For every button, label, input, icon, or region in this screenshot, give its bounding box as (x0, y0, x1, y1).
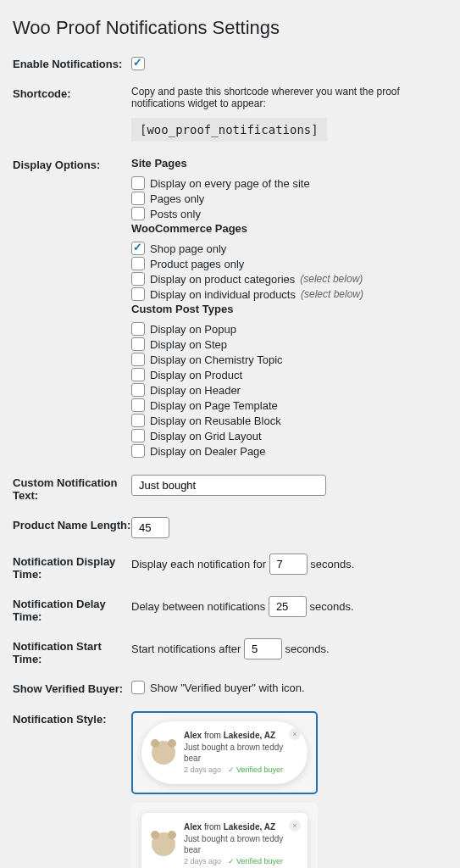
close-icon[interactable]: × (289, 728, 301, 740)
display-time-label: Notification Display Time: (13, 554, 131, 581)
notification-style-option[interactable]: Alex from Lakeside, AZJust bought a brow… (131, 711, 318, 794)
name-length-label: Product Name Length: (13, 517, 131, 531)
display-time-input[interactable] (269, 554, 308, 575)
display-option-checkbox[interactable] (131, 337, 145, 351)
display-group-heading: WooCommerce Pages (131, 222, 447, 235)
close-icon[interactable]: × (289, 820, 301, 832)
delay-time-prefix: Delay between notifications (131, 600, 265, 613)
display-options-label: Display Options: (13, 157, 131, 171)
shortcode-label: Shortcode: (13, 86, 131, 100)
display-option-label[interactable]: Shop page only (150, 242, 226, 255)
display-option-checkbox[interactable] (131, 383, 145, 397)
display-option-label[interactable]: Display on Chemistry Topic (150, 353, 283, 366)
style-label: Notification Style: (13, 711, 131, 726)
notification-preview-body: Alex from Lakeside, AZJust bought a brow… (184, 730, 297, 776)
teddy-bear-icon (152, 741, 175, 765)
name-length-input[interactable] (131, 517, 169, 538)
display-option-label[interactable]: Display on Popup (150, 323, 236, 336)
display-option-label[interactable]: Display on product categories (150, 273, 295, 286)
start-time-input[interactable] (244, 638, 282, 659)
display-option-label[interactable]: Display on Header (150, 384, 241, 397)
shortcode-code[interactable]: [woo_proof_notifications] (131, 118, 327, 142)
display-option-checkbox[interactable] (131, 242, 145, 255)
display-option-checkbox[interactable] (131, 398, 145, 412)
verified-label: Show Verified Buyer: (13, 681, 131, 695)
display-option-label[interactable]: Display on Grid Layout (150, 430, 262, 442)
display-option-checkbox[interactable] (131, 192, 145, 205)
display-option-checkbox[interactable] (131, 207, 145, 220)
start-time-suffix: seconds. (285, 643, 330, 655)
delay-time-label: Notification Delay Time: (13, 596, 131, 623)
display-group-heading: Site Pages (131, 157, 447, 170)
display-option-label[interactable]: Display on Step (150, 338, 227, 351)
start-time-label: Notification Start Time: (13, 638, 131, 665)
display-option-label[interactable]: Pages only (150, 192, 204, 205)
delay-time-input[interactable] (269, 596, 307, 617)
start-time-prefix: Start notifications after (131, 643, 241, 655)
custom-text-input[interactable] (131, 475, 326, 496)
display-option-label[interactable]: Display on Product (150, 369, 242, 381)
notification-preview-body: Alex from Lakeside, AZJust bought a brow… (184, 821, 297, 867)
teddy-bear-icon (152, 832, 175, 856)
verified-checkbox[interactable] (131, 681, 145, 694)
delay-time-suffix: seconds. (310, 600, 354, 613)
display-time-prefix: Display each notification for (131, 558, 266, 570)
enable-label: Enable Notifications: (13, 56, 131, 70)
shortcode-hint: Copy and paste this shortcode wherever y… (131, 86, 447, 109)
display-time-suffix: seconds. (310, 558, 354, 570)
display-option-label[interactable]: Display on individual products (150, 288, 296, 301)
display-option-checkbox[interactable] (131, 353, 145, 366)
custom-text-label: Custom Notification Text: (13, 475, 131, 502)
display-group-heading: Custom Post Types (131, 303, 447, 315)
display-option-checkbox[interactable] (131, 429, 145, 442)
display-option-label[interactable]: Posts only (150, 208, 201, 220)
display-option-label[interactable]: Display on every page of the site (150, 177, 310, 190)
display-option-checkbox[interactable] (131, 368, 145, 381)
display-option-checkbox[interactable] (131, 257, 145, 270)
display-option-checkbox[interactable] (131, 414, 145, 427)
display-option-checkbox[interactable] (131, 176, 145, 190)
page-title: Woo Proof Notifications Settings (13, 17, 447, 39)
display-option-checkbox[interactable] (131, 272, 145, 286)
display-option-checkbox[interactable] (131, 322, 145, 336)
enable-checkbox[interactable] (131, 57, 145, 70)
display-option-label[interactable]: Display on Page Template (150, 399, 278, 412)
notification-style-option[interactable]: Alex from Lakeside, AZJust bought a brow… (131, 803, 318, 868)
select-below-hint: (select below) (300, 273, 363, 285)
verified-checkbox-label[interactable]: Show "Verified buyer" with icon. (150, 682, 305, 694)
display-option-label[interactable]: Display on Reusable Block (150, 415, 281, 427)
display-option-label[interactable]: Display on Dealer Page (150, 445, 266, 458)
display-option-label[interactable]: Product pages only (150, 258, 244, 270)
select-below-hint: (select below) (301, 288, 363, 300)
display-option-checkbox[interactable] (131, 444, 145, 458)
display-option-checkbox[interactable] (131, 287, 145, 301)
